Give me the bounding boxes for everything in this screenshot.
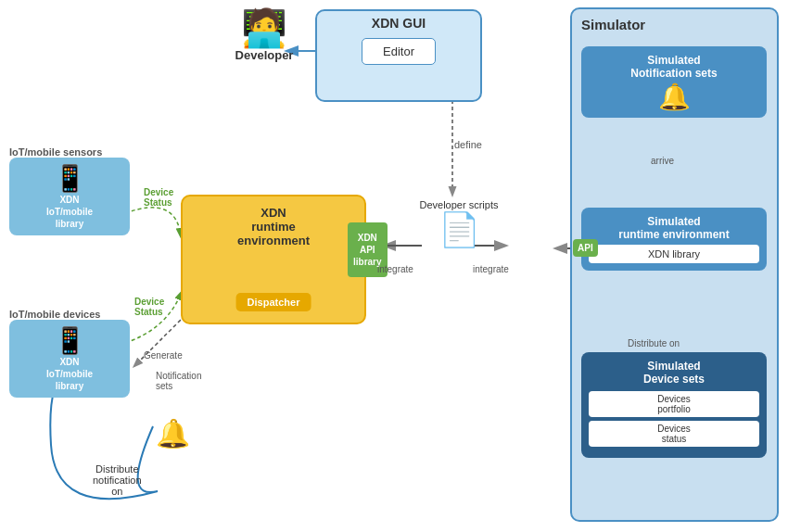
sim-runtime-label: Simulatedruntime environment xyxy=(589,215,759,241)
iot-devices-label: XDNIoT/mobilelibrary xyxy=(15,356,124,392)
xdn-lib-sim: XDN library xyxy=(589,245,759,263)
sim-notif-box: SimulatedNotification sets 🔔 xyxy=(581,46,767,118)
sim-devices-label: SimulatedDevice sets xyxy=(589,360,759,386)
sim-notif-label: SimulatedNotification sets xyxy=(586,54,762,80)
iot-devices-icon: 📱 xyxy=(15,325,124,356)
xdn-runtime-box: XDNruntimeenvironment Dispatcher xyxy=(181,195,366,324)
developer-figure: 🧑‍💻 Developer xyxy=(227,9,301,62)
simulator-label: Simulator xyxy=(572,9,777,36)
generate-label: Generate xyxy=(144,350,183,361)
device-status-label1: DeviceStatus xyxy=(144,187,173,208)
developer-icon: 🧑‍💻 xyxy=(227,9,301,46)
code-icon: 📄 xyxy=(417,213,501,247)
iot-sensors-outer: IoT/mobile sensors 📱 XDNIoT/mobilelibrar… xyxy=(9,144,130,235)
editor-label: Editor xyxy=(383,44,414,58)
devices-portfolio: Devicesportfolio xyxy=(589,391,759,417)
bell-icon-bottom: 🔔 xyxy=(156,417,190,450)
simulator-box: Simulator SimulatedNotification sets 🔔 a… xyxy=(570,7,779,522)
diagram-container: { "title": "XDN Architecture Diagram", "… xyxy=(0,0,788,532)
device-status-label2: DeviceStatus xyxy=(134,297,164,317)
xdn-gui-label: XDN GUI xyxy=(317,11,480,33)
editor-box: Editor xyxy=(362,38,436,65)
dev-scripts-label: Developer scripts xyxy=(417,199,501,210)
sim-devices-box: SimulatedDevice sets Devicesportfolio De… xyxy=(581,352,767,458)
devices-status: Devicesstatus xyxy=(589,421,759,447)
developer-label: Developer xyxy=(227,48,301,62)
integrate-label-left: integrate xyxy=(377,264,413,274)
iot-sensors-icon: 📱 xyxy=(15,163,124,194)
xdn-gui-box: XDN GUI Editor xyxy=(315,9,482,102)
iot-devices-title: IoT/mobile devices xyxy=(9,309,130,320)
sim-runtime-box: Simulatedruntime environment XDN library xyxy=(581,208,767,271)
iot-devices-box: 📱 XDNIoT/mobilelibrary xyxy=(9,320,130,398)
api-badge-sim: API xyxy=(573,239,598,257)
distribute-notif-label: Distributenotificationon xyxy=(93,463,142,497)
iot-sensors-box: 📱 XDNIoT/mobilelibrary xyxy=(9,158,130,235)
bell-icon-sim: 🔔 xyxy=(586,84,762,110)
iot-sensors-label: XDNIoT/mobilelibrary xyxy=(15,194,124,230)
dispatcher-badge: Dispatcher xyxy=(236,293,311,311)
notif-sets-label: Notificationsets xyxy=(156,371,201,391)
iot-sensors-title: IoT/mobile sensors xyxy=(9,146,130,158)
integrate-label-right: integrate xyxy=(473,264,509,274)
dev-scripts-box: Developer scripts 📄 xyxy=(417,199,501,247)
distribute-on-label: Distribute on xyxy=(628,338,680,348)
iot-devices-outer: IoT/mobile devices 📱 XDNIoT/mobilelibrar… xyxy=(9,306,130,398)
arrive-label: arrive xyxy=(651,156,674,166)
xdn-runtime-label: XDNruntimeenvironment xyxy=(183,196,364,251)
define-label: define xyxy=(454,139,482,150)
